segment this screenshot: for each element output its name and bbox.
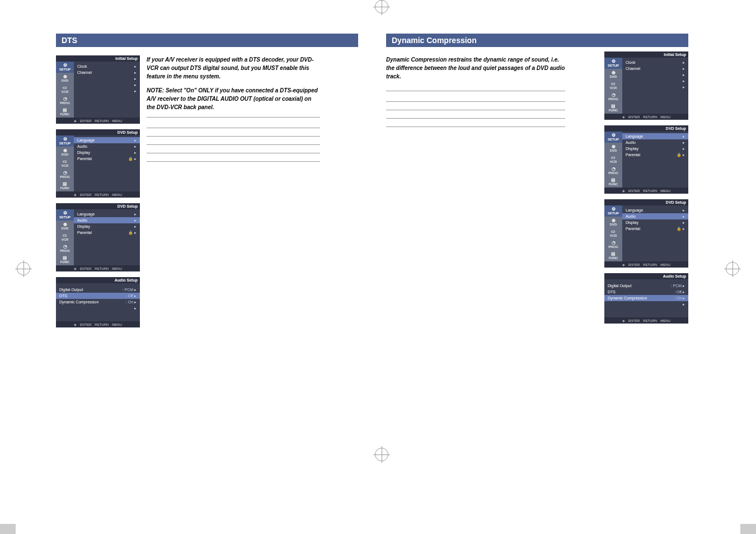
figure-column-left: Initial Setup ⚙SETUP ◉DVD ▭VCR ◔PROG ▤FU…: [56, 55, 140, 327]
lock-icon: 🔒: [128, 231, 133, 235]
registration-mark-icon: [726, 262, 739, 275]
writing-lines: [386, 91, 565, 127]
lock-icon: 🔒: [128, 157, 133, 161]
gear-icon: ⚙: [56, 63, 74, 68]
screenshot-dvd-setup-language: DVD Setup ⚙SETUP ◉DVD ▭VCR ◔PROG ▤FUNC L…: [56, 129, 140, 198]
figure-column-right: Initial Setup ⚙SETUP ◉DVD ▭VCR ◔PROG ▤FU…: [604, 51, 688, 324]
screenshot-dvd-setup-audio: DVD Setup ⚙SETUP ◉DVD ▭VCR ◔PROG ▤FUNC L…: [604, 199, 688, 268]
right-page: Dynamic Compression Dynamic Compression …: [386, 34, 688, 135]
page-margin-mark: [0, 524, 16, 534]
tape-icon: ▭: [56, 86, 74, 90]
page-title-dynamic-compression: Dynamic Compression: [386, 34, 688, 47]
registration-mark-icon: [17, 262, 30, 275]
body-copy-dts: If your A/V receiver is equipped with a …: [147, 55, 320, 111]
left-page: DTS Initial Setup ⚙SETUP ◉DVD ▭VCR ◔PROG…: [56, 34, 358, 327]
writing-lines: [147, 117, 320, 162]
screenshot-audio-setup-dyncomp: Audio Setup Digital Output: PCM ▸ DTS: O…: [604, 273, 688, 324]
screenshot-initial-setup: Initial Setup ⚙SETUP ◉DVD ▭VCR ◔PROG ▤FU…: [56, 55, 140, 124]
disc-icon: ◉: [56, 74, 74, 79]
screenshot-audio-setup-dts: Audio Setup Digital Output: PCM ▸ DTS: O…: [56, 277, 140, 327]
screenshot-dvd-setup-language: DVD Setup ⚙SETUP ◉DVD ▭VCR ◔PROG ▤FUNC L…: [604, 125, 688, 194]
lock-icon: 🔒: [677, 153, 682, 157]
registration-mark-icon: [375, 448, 388, 461]
func-icon: ▤: [56, 108, 74, 113]
body-copy-dynamic-compression: Dynamic Compression restrains the dynami…: [386, 55, 565, 81]
registration-mark-icon: [375, 0, 388, 13]
clock-icon: ◔: [56, 97, 74, 101]
screenshot-dvd-setup-audio: DVD Setup ⚙SETUP ◉DVD ▭VCR ◔PROG ▤FUNC L…: [56, 203, 140, 271]
screenshot-initial-setup: Initial Setup ⚙SETUP ◉DVD ▭VCR ◔PROG ▤FU…: [604, 51, 688, 120]
page-margin-mark: [740, 524, 756, 534]
page-title-dts: DTS: [56, 34, 358, 47]
lock-icon: 🔒: [677, 227, 682, 231]
